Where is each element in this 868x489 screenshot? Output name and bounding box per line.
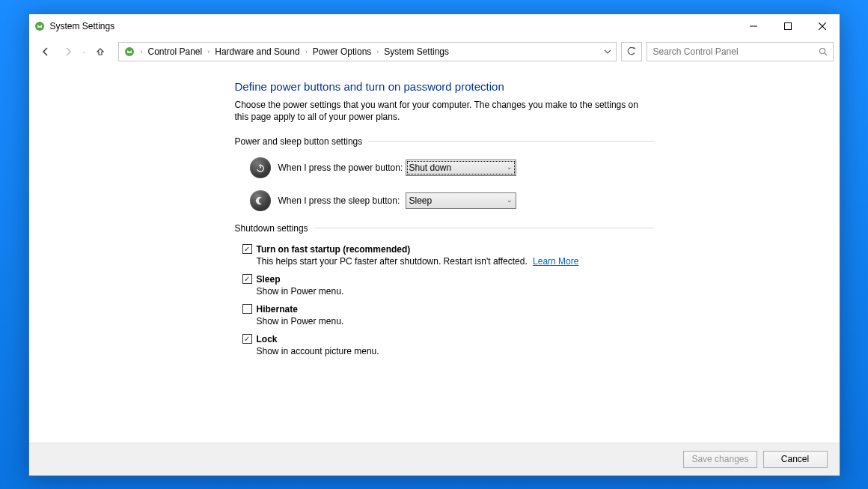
sleep-button-row: When I press the sleep button: Sleep ⌄ — [250, 190, 840, 211]
search-icon — [818, 47, 828, 56]
checkbox-lock: ✓ Lock Show in account picture menu. — [242, 334, 661, 356]
back-button[interactable] — [35, 42, 56, 61]
refresh-button[interactable] — [621, 42, 642, 61]
checkbox-label: Turn on fast startup (recommended) — [257, 244, 411, 255]
cancel-button[interactable]: Cancel — [763, 451, 828, 468]
save-changes-button[interactable]: Save changes — [683, 451, 757, 468]
app-icon — [34, 20, 46, 32]
chevron-right-icon: › — [205, 48, 212, 55]
breadcrumb-item-system-settings[interactable]: System Settings — [381, 44, 452, 59]
section-shutdown: Shutdown settings — [235, 223, 654, 234]
dropdown-value: Sleep — [409, 195, 433, 206]
page-description: Choose the power settings that you want … — [235, 99, 639, 123]
checkbox[interactable] — [242, 304, 252, 314]
sleep-button-label: When I press the sleep button: — [278, 195, 406, 206]
chevron-down-icon: ⌄ — [507, 163, 513, 171]
maximize-button[interactable] — [771, 14, 805, 38]
checkbox-description: Show in Power menu. — [257, 286, 661, 297]
section-label: Shutdown settings — [235, 223, 308, 234]
checkbox-label: Hibernate — [257, 304, 298, 315]
close-button[interactable] — [805, 14, 840, 38]
power-button-row: When I press the power button: Shut down… — [250, 157, 840, 178]
section-power-sleep: Power and sleep button settings — [235, 136, 654, 147]
checkbox-label: Sleep — [257, 274, 281, 285]
up-button[interactable] — [90, 42, 111, 61]
svg-rect-1 — [784, 22, 791, 29]
learn-more-link[interactable]: Learn More — [533, 256, 578, 267]
shutdown-settings-list: ✓ Turn on fast startup (recommended) Thi… — [242, 244, 661, 356]
dropdown-value: Shut down — [409, 163, 452, 173]
chevron-right-icon: › — [303, 48, 310, 55]
power-button-dropdown[interactable]: Shut down ⌄ — [406, 160, 516, 176]
sleep-button-dropdown[interactable]: Sleep ⌄ — [406, 192, 516, 209]
forward-button[interactable] — [58, 42, 79, 61]
checkbox-fast-startup: ✓ Turn on fast startup (recommended) Thi… — [242, 244, 661, 267]
sleep-icon — [250, 190, 271, 211]
power-button-label: When I press the power button: — [278, 163, 406, 173]
chevron-down-icon: ⌄ — [507, 196, 513, 204]
address-bar[interactable]: › Control Panel › Hardware and Sound › P… — [118, 42, 617, 61]
minimize-button[interactable] — [736, 14, 771, 38]
checkbox-description: Show in Power menu. — [257, 316, 661, 326]
breadcrumb-item-power-options[interactable]: Power Options — [310, 44, 375, 59]
svg-point-3 — [819, 48, 825, 53]
checkbox-label: Lock — [257, 334, 278, 344]
page-title: Define power buttons and turn on passwor… — [235, 80, 840, 93]
address-dropdown-button[interactable] — [601, 48, 614, 55]
checkbox-description: Show in account picture menu. — [257, 346, 661, 356]
chevron-right-icon: › — [138, 48, 145, 55]
recent-locations-button[interactable]: ⌄ — [80, 48, 88, 55]
checkbox[interactable]: ✓ — [242, 334, 252, 344]
breadcrumb: Control Panel › Hardware and Sound › Pow… — [145, 44, 614, 59]
titlebar: System Settings — [29, 14, 840, 38]
power-icon — [250, 157, 271, 178]
search-box[interactable] — [647, 42, 834, 61]
chevron-right-icon: › — [374, 48, 381, 55]
footer: Save changes Cancel — [29, 443, 840, 476]
breadcrumb-item-control-panel[interactable]: Control Panel — [145, 44, 206, 59]
window-title: System Settings — [50, 21, 736, 31]
location-icon — [123, 46, 135, 58]
navigation-bar: ⌄ › Control Panel › Hardware and Sound ›… — [29, 38, 840, 65]
checkbox-sleep: ✓ Sleep Show in Power menu. — [242, 274, 661, 297]
content-area: Define power buttons and turn on passwor… — [29, 65, 840, 443]
divider — [314, 228, 654, 228]
checkbox-description: This helps start your PC faster after sh… — [257, 256, 661, 267]
divider — [368, 141, 653, 142]
checkbox[interactable]: ✓ — [242, 244, 252, 254]
checkbox[interactable]: ✓ — [242, 274, 252, 284]
checkbox-hibernate: Hibernate Show in Power menu. — [242, 304, 661, 326]
search-input[interactable] — [652, 46, 818, 58]
breadcrumb-item-hardware-and-sound[interactable]: Hardware and Sound — [212, 44, 302, 59]
system-settings-window: System Settings ⌄ › Control Panel › Ha — [28, 13, 840, 476]
window-controls — [736, 14, 840, 38]
section-label: Power and sleep button settings — [235, 136, 363, 147]
